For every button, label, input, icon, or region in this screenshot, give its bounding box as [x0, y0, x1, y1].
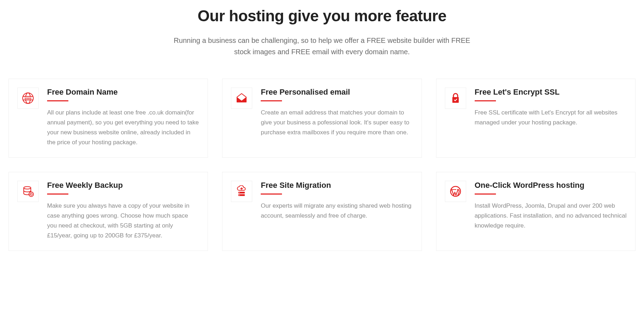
- svg-point-12: [239, 195, 240, 196]
- title-underline: [261, 193, 282, 195]
- title-underline: [475, 193, 496, 195]
- title-underline: [47, 100, 68, 101]
- feature-card-backup: Free Weekly Backup Make sure you always …: [9, 172, 208, 251]
- envelope-open-icon: [231, 88, 252, 109]
- globe-www-icon: WWW: [17, 88, 39, 109]
- feature-description: Free SSL certificate with Let's Encrypt …: [475, 108, 627, 128]
- section-title: Our hosting give you more feature: [7, 7, 637, 25]
- section-header: Our hosting give you more feature Runnin…: [7, 7, 637, 57]
- wordpress-icon: [445, 181, 466, 202]
- feature-description: Make sure you always have a copy of your…: [47, 201, 199, 241]
- title-underline: [47, 193, 68, 195]
- feature-title: Free Let's Encrypt SSL: [475, 88, 627, 97]
- feature-description: Install WordPress, Joomla, Drupal and ov…: [475, 201, 627, 231]
- cloud-server-icon: [231, 181, 252, 202]
- feature-card-email: Free Personalised email Create an email …: [222, 79, 422, 158]
- svg-point-11: [239, 192, 240, 193]
- feature-description: Create an email address that matches you…: [261, 108, 413, 138]
- feature-card-domain: WWW Free Domain Name All our plans inclu…: [9, 79, 208, 158]
- feature-card-migration: Free Site Migration Our experts will mig…: [222, 172, 422, 251]
- feature-description: Our experts will migrate any existing sh…: [261, 201, 413, 221]
- database-backup-icon: [17, 181, 39, 202]
- feature-title: Free Site Migration: [261, 181, 413, 190]
- feature-title: Free Domain Name: [47, 88, 199, 97]
- title-underline: [261, 100, 282, 101]
- features-grid: WWW Free Domain Name All our plans inclu…: [7, 79, 637, 251]
- feature-description: All our plans include at least one free …: [47, 108, 199, 147]
- svg-text:WWW: WWW: [24, 97, 32, 100]
- lock-ssl-icon: [445, 88, 466, 109]
- svg-point-8: [29, 192, 34, 197]
- feature-card-ssl: Free Let's Encrypt SSL Free SSL certific…: [436, 79, 635, 158]
- feature-card-wordpress: One-Click WordPress hosting Install Word…: [436, 172, 635, 251]
- title-underline: [475, 100, 496, 101]
- feature-title: Free Personalised email: [261, 88, 413, 97]
- feature-title: Free Weekly Backup: [47, 181, 199, 190]
- svg-point-7: [24, 187, 31, 189]
- section-subtitle: Running a business can be challenging, s…: [166, 35, 478, 57]
- feature-title: One-Click WordPress hosting: [475, 181, 627, 190]
